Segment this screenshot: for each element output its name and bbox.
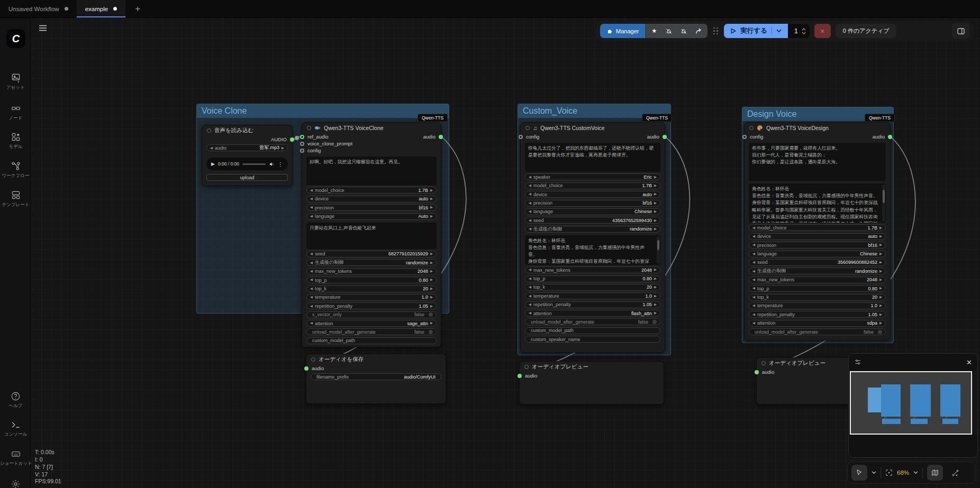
widget-repetition_penalty[interactable]: ◀repetition_penalty1.05▶: [525, 301, 660, 308]
canvas-menu-icon[interactable]: [39, 24, 47, 34]
decrement-arrow-icon[interactable]: ◀: [529, 201, 531, 205]
tool-chevron-icon[interactable]: [872, 471, 876, 474]
widget-repetition_penalty[interactable]: ◀repetition_penalty1.05▶: [749, 311, 886, 318]
widget-unload_model_after_generate[interactable]: unload_model_after_generatefalse: [306, 328, 437, 335]
run-button[interactable]: 実行する: [724, 24, 788, 38]
batch-count-stepper[interactable]: 1: [788, 24, 810, 38]
widget-precision[interactable]: ◀precisionbf16▶: [749, 242, 886, 248]
widget-device[interactable]: ◀deviceauto▶: [525, 191, 660, 198]
sidebar-item-shortcuts[interactable]: ショートカット: [0, 449, 31, 467]
widget-生成後の制御[interactable]: ◀生成後の制御randomize▶: [525, 226, 660, 233]
increment-arrow-icon[interactable]: ▶: [879, 304, 882, 308]
increment-arrow-icon[interactable]: ▶: [879, 321, 882, 325]
increment-arrow-icon[interactable]: ▶: [654, 286, 657, 289]
star-icon[interactable]: ★: [647, 24, 661, 38]
increment-arrow-icon[interactable]: ▶: [654, 219, 657, 223]
increment-arrow-icon[interactable]: ▶: [879, 296, 882, 299]
widget-top_p[interactable]: ◀top_p0.80▶: [525, 275, 660, 282]
bell-off-icon[interactable]: [662, 24, 676, 38]
increment-arrow-icon[interactable]: ▶: [879, 313, 882, 317]
widget-filename_prefix[interactable]: filename_prefixaudio/ComfyUI: [311, 373, 441, 380]
input-socket-config[interactable]: [742, 135, 747, 139]
increment-arrow-icon[interactable]: ▶: [430, 206, 433, 209]
widget-model_choice[interactable]: ◀model_choice1.7B▶: [749, 224, 886, 231]
widget-seed[interactable]: ◀seed435637652599430▶: [525, 217, 660, 224]
widget-x_vector_only[interactable]: x_vector_onlyfalse: [306, 311, 437, 318]
widget-seed[interactable]: ◀seed682779102015929▶: [306, 251, 437, 257]
node-title-bar[interactable]: オーディオプレビュー: [520, 362, 664, 372]
widget-custom_model_path[interactable]: custom_model_path: [306, 337, 437, 344]
collapse-dot[interactable]: [207, 128, 211, 133]
widget-language[interactable]: ◀languageChinese▶: [525, 208, 660, 215]
decrement-arrow-icon[interactable]: ◀: [529, 219, 531, 223]
decrement-arrow-icon[interactable]: ◀: [752, 278, 755, 282]
widget-custom_speaker_name[interactable]: custom_speaker_name: [525, 336, 660, 343]
widget-unload_model_after_generate[interactable]: unload_model_after_generatefalse: [749, 328, 886, 335]
minimap-settings-icon[interactable]: [854, 358, 861, 366]
widget-model_choice[interactable]: ◀model_choice1.7B▶: [525, 182, 660, 189]
widget-temperature[interactable]: ◀temperature1.0▶: [306, 294, 437, 301]
widget-temperature[interactable]: ◀temperature1.0▶: [749, 302, 886, 309]
textarea-widget[interactable]: 只要站在风口上,声音也能飞起来: [306, 223, 437, 249]
widget-language[interactable]: ◀languageAuto▶: [306, 213, 437, 220]
increment-arrow-icon[interactable]: ▶: [879, 243, 882, 247]
node-title-bar[interactable]: ♫ Qwen3-TTS CustomVoice: [521, 123, 665, 133]
stepper-arrows[interactable]: [802, 28, 806, 34]
increment-arrow-icon[interactable]: ▶: [654, 201, 657, 205]
increment-arrow-icon[interactable]: ▶: [654, 210, 657, 214]
zoom-level[interactable]: 68%: [897, 469, 909, 476]
decrement-arrow-icon[interactable]: ◀: [752, 226, 755, 230]
node-title-bar[interactable]: Qwen3-TTS VoiceClone: [302, 123, 441, 133]
widget-language[interactable]: ◀languageChinese▶: [749, 251, 886, 257]
widget-speaker[interactable]: ◀speakerEric▶: [525, 173, 660, 180]
input-socket-ref-audio[interactable]: [300, 135, 304, 139]
upload-button[interactable]: upload: [206, 174, 288, 181]
widget-device[interactable]: ◀deviceauto▶: [306, 196, 437, 202]
collapse-dot[interactable]: [761, 361, 766, 365]
increment-arrow-icon[interactable]: ▶: [430, 252, 433, 256]
node-save-audio[interactable]: オーディオを保存 audio filename_prefixaudio/Comf…: [306, 354, 446, 404]
fit-view-icon[interactable]: [885, 469, 893, 476]
textarea-widget[interactable]: 你龟儿太过分了，把我的东西都搞坏了，还晓不晓得认错，硬是要把我整冒火你才安逸嗦，…: [525, 143, 660, 172]
increment-arrow-icon[interactable]: ▶: [430, 305, 433, 308]
output-socket-audio[interactable]: [888, 135, 892, 139]
toggle-links-button[interactable]: [947, 465, 963, 481]
comfyui-logo[interactable]: C: [6, 29, 25, 48]
input-socket-voice-clone-prompt[interactable]: [300, 142, 304, 146]
widget-top_k[interactable]: ◀top_k20▶: [525, 284, 660, 291]
node-qwen3-tts-voiceclone[interactable]: Qwen3-TTS VoiceClone ref_audio audio voi…: [302, 122, 441, 347]
widget-custom_model_path[interactable]: custom_model_path: [525, 327, 660, 334]
widget-precision[interactable]: ◀precisionbf16▶: [306, 204, 437, 211]
increment-arrow-icon[interactable]: ▶: [430, 261, 433, 265]
audio-player[interactable]: ▶ 0:00 / 0:00 ⋮: [206, 158, 288, 170]
increment-arrow-icon[interactable]: ▶: [430, 189, 433, 192]
node-title-bar[interactable]: オーディオを保存: [306, 354, 446, 365]
widget-temperature[interactable]: ◀temperature1.0▶: [525, 292, 660, 299]
decrement-arrow-icon[interactable]: ◀: [310, 296, 313, 299]
widget-生成後の制御[interactable]: ◀生成後の制御randomize▶: [749, 268, 886, 274]
decrement-arrow-icon[interactable]: ◀: [529, 227, 531, 231]
increment-arrow-icon[interactable]: ▶: [430, 270, 433, 273]
increment-arrow-icon[interactable]: ▶: [879, 287, 882, 290]
bell-alert-icon[interactable]: [677, 24, 691, 38]
increment-arrow-icon[interactable]: ▶: [654, 176, 657, 179]
widget-device[interactable]: ◀deviceauto▶: [749, 233, 886, 240]
decrement-arrow-icon[interactable]: ◀: [752, 304, 755, 308]
widget-top_k[interactable]: ◀top_k20▶: [749, 294, 886, 301]
increment-arrow-icon[interactable]: ▶: [430, 287, 433, 291]
decrement-arrow-icon[interactable]: ◀: [752, 261, 755, 264]
volume-icon[interactable]: [269, 161, 275, 167]
sidebar-item-models[interactable]: モデル: [0, 132, 31, 150]
increment-arrow-icon[interactable]: ▶: [430, 321, 433, 325]
widget-max_new_tokens[interactable]: ◀max_new_tokens2048▶: [749, 277, 886, 283]
output-socket-audio[interactable]: [439, 135, 443, 139]
decrement-arrow-icon[interactable]: ◀: [210, 146, 213, 150]
sidebar-item-nodes[interactable]: ノード: [0, 103, 31, 122]
decrement-arrow-icon[interactable]: ◀: [310, 270, 313, 273]
widget-precision[interactable]: ◀precisionbf16▶: [525, 200, 660, 207]
widget-unload_model_after_generate[interactable]: unload_model_after_generatefalse: [525, 318, 660, 325]
increment-arrow-icon[interactable]: ▶: [879, 235, 882, 238]
output-socket-audio[interactable]: [290, 137, 294, 142]
increment-arrow-icon[interactable]: ▶: [654, 303, 657, 307]
widget-生成後の制御[interactable]: ◀生成後の制御randomize▶: [306, 259, 437, 266]
